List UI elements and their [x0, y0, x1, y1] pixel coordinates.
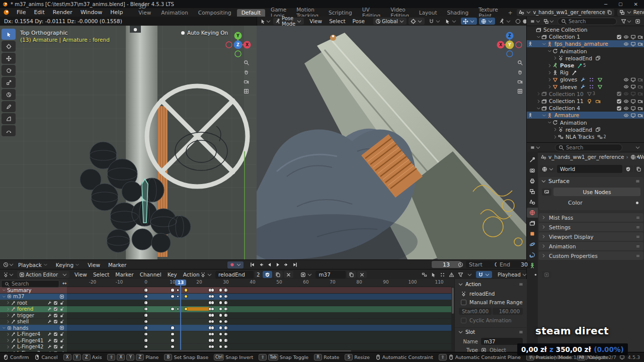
keyframe-selected[interactable] — [185, 295, 187, 298]
chevron-down-icon[interactable] — [541, 178, 546, 184]
slot-badge-icon[interactable] — [59, 294, 64, 299]
outliner-row-reloadend[interactable]: reloadEnd — [527, 55, 644, 62]
keyframe[interactable] — [224, 345, 227, 348]
properties-section-mist-pass[interactable]: Mist Pass — [539, 213, 643, 222]
outliner-row-collection-4[interactable]: Collection 4 — [527, 105, 644, 112]
zoom-icon[interactable] — [517, 60, 523, 65]
toggle-cam-icon[interactable] — [637, 34, 643, 40]
keyframe[interactable] — [224, 339, 227, 341]
keyframe[interactable] — [219, 326, 222, 329]
toggle-cam-icon[interactable] — [637, 113, 643, 118]
channel-toggles[interactable] — [47, 338, 64, 343]
dopesheet-ruler[interactable]: -20-100102030405060708090100110 — [67, 279, 454, 287]
keyframe[interactable] — [171, 333, 174, 335]
exclude-checkbox-icon[interactable] — [616, 91, 622, 97]
outliner-item-label[interactable]: reloadEnd — [566, 127, 592, 133]
action-users-button[interactable]: 2 — [255, 271, 262, 278]
workspace-tab-compositing[interactable]: Compositing — [194, 9, 236, 17]
toggle-screen-icon[interactable] — [630, 99, 636, 104]
viewport-menu-view[interactable]: View — [306, 18, 326, 24]
auto-key-record-button[interactable] — [227, 261, 244, 268]
new-slot-button[interactable] — [347, 271, 356, 278]
scene-selector[interactable]: v_hands_ww1_ger_reference — [517, 9, 614, 16]
playhead-frame-label[interactable]: 13 — [175, 280, 186, 286]
viewport-right[interactable]: Pose Mode ViewSelectPose Global — [257, 17, 526, 259]
minimize-button[interactable]: ─ — [604, 2, 607, 7]
channel-toggles[interactable] — [47, 301, 64, 305]
exclude-checkbox-icon[interactable] — [616, 99, 622, 104]
grip-icon[interactable] — [635, 178, 640, 184]
channel-name-hands[interactable]: hands — [0, 325, 67, 331]
keyframe[interactable] — [144, 320, 147, 323]
keyframe[interactable] — [224, 320, 227, 323]
keyframe[interactable] — [171, 308, 174, 310]
fake-user-toggle[interactable] — [263, 271, 272, 278]
unlink-slot-button[interactable] — [357, 271, 367, 278]
channel-name-trigger[interactable]: trigger — [0, 312, 67, 318]
outliner-item-label[interactable]: gloves — [560, 76, 577, 82]
keyframe[interactable] — [144, 326, 147, 329]
channel-name-forend[interactable]: forend — [0, 306, 67, 312]
workspace-tab-animation[interactable]: Animation — [156, 9, 193, 17]
jump-to-end-button[interactable] — [292, 262, 298, 267]
keyframe[interactable] — [219, 320, 222, 323]
tool-scale[interactable] — [2, 77, 16, 88]
expand-icon[interactable] — [553, 135, 557, 139]
outliner-item-label[interactable]: Animation — [560, 120, 587, 126]
snap-toggle[interactable] — [427, 18, 443, 25]
properties-tab-scene[interactable] — [527, 197, 538, 207]
keyframe[interactable] — [144, 308, 147, 310]
keyframe[interactable] — [224, 333, 227, 335]
collapse-icon[interactable] — [542, 113, 546, 118]
keyframe[interactable] — [144, 295, 147, 298]
ortho-grid-icon[interactable] — [244, 88, 249, 94]
properties-section-settings[interactable]: Settings — [539, 223, 643, 231]
properties-editor-icon[interactable] — [530, 145, 535, 150]
keyframe[interactable] — [211, 320, 214, 323]
channel-filter-toggle[interactable]: ↔ — [60, 280, 68, 287]
dopesheet-body[interactable]: -20-100102030405060708090100110Search↔Su… — [0, 279, 526, 352]
outliner-item-label[interactable]: sleeve — [560, 84, 577, 90]
animate-property-dot[interactable] — [636, 202, 638, 204]
tool-cursor[interactable] — [2, 41, 16, 52]
keyframe[interactable] — [144, 301, 147, 304]
toggle-cam-icon[interactable] — [637, 99, 643, 104]
maximize-button[interactable]: ▢ — [618, 2, 623, 7]
collapse-icon[interactable] — [542, 42, 546, 46]
outliner-row-gloves[interactable]: gloves — [527, 76, 644, 83]
outliner-item-label[interactable]: Collection 11 — [549, 98, 584, 104]
expand-icon[interactable] — [553, 56, 557, 60]
outliner-item-label[interactable]: Collection 10 — [549, 91, 584, 97]
pivot-selector[interactable] — [409, 18, 425, 25]
next-keyframe-button[interactable] — [284, 262, 289, 267]
toggle-cam-icon[interactable] — [637, 41, 643, 47]
play-button[interactable] — [275, 262, 281, 267]
toggle-screen-icon[interactable] — [630, 77, 636, 82]
outliner-item-label[interactable]: fps_hands_armature — [554, 41, 608, 47]
dopesheet-mode-selector[interactable]: Action Editor — [17, 271, 69, 278]
fake-user-button[interactable] — [623, 165, 633, 172]
properties-section-animation[interactable]: Animation — [539, 242, 643, 250]
editor-type-icon[interactable] — [260, 19, 266, 24]
surface-panel-title[interactable]: Surface — [548, 178, 570, 185]
timeline-menu-marker[interactable]: Marker — [104, 260, 130, 269]
timeline-menu-view[interactable]: View — [84, 260, 104, 269]
unlink-action-button[interactable] — [284, 271, 293, 278]
viewport-right-scene[interactable] — [257, 26, 526, 259]
outliner-item-label[interactable]: Animation — [560, 48, 587, 54]
outliner-row-sleeve[interactable]: sleeve — [527, 83, 644, 90]
channel-row-hands[interactable] — [0, 325, 454, 331]
toggle-screen-icon[interactable] — [630, 34, 636, 40]
toggle-eye-icon[interactable] — [623, 106, 629, 111]
toggle-eye-icon[interactable] — [623, 77, 629, 82]
toggle-screen-icon[interactable] — [630, 41, 636, 47]
workspace-tab-layout[interactable]: Layout — [415, 9, 442, 17]
copy-datablock-button[interactable] — [634, 165, 643, 172]
channel-row-trigger[interactable] — [0, 312, 454, 318]
keyframe[interactable] — [219, 295, 222, 298]
outliner-options-icon[interactable] — [635, 19, 640, 24]
properties-search-input[interactable]: Search — [555, 144, 622, 151]
workspace-tab-uv-editing[interactable]: UV Editing — [358, 9, 385, 17]
new-scene-icon[interactable] — [607, 10, 612, 15]
dopesheet-menu-view[interactable]: View — [71, 270, 90, 279]
